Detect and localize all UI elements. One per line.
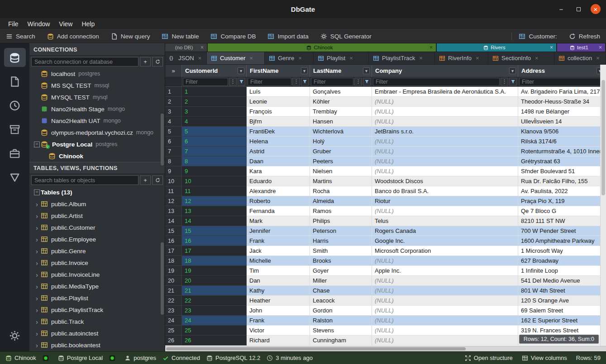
expander-icon[interactable] (33, 212, 41, 220)
table-row[interactable]: 1313FernandaRamos(NULL)Qe 7 Bloco G (165, 206, 606, 216)
rail-item[interactable] (4, 48, 26, 67)
grid-cell[interactable]: Mark (247, 216, 310, 226)
statusbar-item[interactable]: View columns (522, 355, 567, 361)
grid-cell[interactable]: Hansen (310, 117, 372, 127)
grid-cell[interactable]: Philips (310, 216, 372, 226)
grid-cell[interactable]: (NULL) (372, 97, 518, 107)
connection-item[interactable]: Nano2Health Stage mongo (29, 103, 165, 115)
grid-cell[interactable]: Jennifer (247, 226, 310, 236)
statusbar-item[interactable]: 3 minutes ago (267, 355, 313, 361)
grid-cell[interactable]: 1 Infinite Loop (518, 266, 606, 276)
grid-cell[interactable]: Almeida (310, 196, 372, 206)
add-connection-icon[interactable]: + (140, 57, 151, 66)
grid-cell[interactable]: Rocha (310, 186, 372, 196)
grid-cell[interactable]: 16 (182, 236, 247, 246)
row-number[interactable]: 19 (165, 266, 182, 276)
row-number[interactable]: 3 (165, 107, 182, 117)
database-tab-group[interactable]: (no DB) × (165, 43, 207, 52)
table-row[interactable]: 55FrantiĐekWichterlováJetBrains s.r.o.Kl… (165, 127, 606, 137)
expander-icon[interactable] (33, 341, 41, 349)
grid-cell[interactable]: 21 (182, 286, 247, 296)
row-number[interactable]: 20 (165, 276, 182, 286)
toolbar-button[interactable]: Customer: (513, 30, 563, 43)
add-table-icon[interactable]: + (140, 175, 151, 185)
grid-cell[interactable]: 4 (182, 117, 247, 127)
column-dropdown-icon[interactable]: ▾ (238, 67, 244, 74)
grid-cell[interactable]: (NULL) (372, 306, 518, 316)
table-row[interactable]: 1212RobertoAlmeidaRioturPraça Pio X, 119 (165, 196, 606, 206)
connection-item[interactable]: MS SQL TEST mssql (29, 80, 165, 91)
minimize-icon[interactable]: − (556, 4, 566, 14)
grid-cell[interactable]: Alexandre (247, 186, 310, 196)
expander-icon[interactable] (33, 271, 41, 279)
filter-input[interactable] (311, 78, 353, 86)
rail-item[interactable] (4, 72, 26, 91)
grid-cell[interactable]: Banco do Brasil S.A. (372, 186, 518, 196)
grid-cell[interactable]: Brooks (310, 256, 372, 266)
grid-cell[interactable]: Woodstock Discos (372, 176, 518, 186)
close-icon[interactable]: × (197, 55, 203, 61)
connection-item[interactable]: Nano2Health UAT mongo (29, 115, 165, 127)
table-item[interactable]: public.PlaylistTrack (29, 304, 165, 316)
table-row[interactable]: 2121KathyChase(NULL)801 W 4th Street (165, 286, 606, 296)
row-number[interactable]: 1 (165, 87, 182, 97)
row-number[interactable]: 14 (165, 216, 182, 226)
toolbar-button[interactable]: New table (156, 30, 205, 43)
menu-item[interactable]: Window (23, 19, 55, 28)
table-item[interactable]: public.Artist (29, 210, 165, 222)
grid-cell[interactable]: (NULL) (372, 256, 518, 266)
scrollbar-thumb[interactable] (166, 347, 466, 350)
row-number[interactable]: 8 (165, 156, 182, 166)
row-number[interactable]: 6 (165, 137, 182, 147)
filter-funnel-icon[interactable] (238, 78, 245, 86)
statusbar-item[interactable]: PostgreSQL 12.2 (206, 355, 260, 361)
column-header[interactable]: FirstName ▾ (247, 65, 310, 77)
table-row[interactable]: 2525VictorStevens(NULL)319 N. Frances St… (165, 326, 606, 336)
grid-cell[interactable]: Telus (372, 216, 518, 226)
close-icon[interactable]: × (597, 44, 603, 51)
statusbar-item[interactable]: Postgre Local (58, 355, 103, 361)
rail-item[interactable] (4, 168, 26, 187)
table-row[interactable]: 44BjřrnHansen(NULL)Ullevĺlsveien 14 (165, 117, 606, 127)
grid-cell[interactable]: Jack (247, 246, 310, 256)
column-header[interactable]: Company ▾ (372, 65, 518, 77)
grid-cell[interactable]: Kara (247, 166, 310, 176)
grid-cell[interactable]: 11 (182, 186, 247, 196)
table-row[interactable]: 77AstridGruber(NULL)Rotenturmstraße 4, 1… (165, 147, 606, 156)
grid-cell[interactable]: 700 W Pender Street (518, 226, 606, 236)
grid-cell[interactable]: 12 (182, 196, 247, 206)
grid-cell[interactable]: 541 Del Medio Avenue (518, 276, 606, 286)
grid-cell[interactable]: Eduardo (247, 176, 310, 186)
refresh-icon[interactable] (152, 57, 163, 66)
table-row[interactable]: 22LeonieKöhler(NULL)Theodor-Heuss-Straße… (165, 97, 606, 107)
grid-cell[interactable]: 15 (182, 226, 247, 236)
grid-cell[interactable]: 319 N. Frances Street (518, 326, 606, 336)
row-number[interactable]: 11 (165, 186, 182, 196)
grid-cell[interactable]: Richard (247, 336, 310, 345)
rail-item[interactable] (4, 144, 26, 163)
grid-cell[interactable]: (NULL) (372, 137, 518, 147)
table-item[interactable]: public.Track (29, 316, 165, 327)
toolbar-button[interactable]: Search (0, 30, 41, 43)
grid-cell[interactable]: Rotenturmstraße 4, 1010 Innere Stadt (518, 147, 606, 156)
grid-cell[interactable]: Gordon (310, 306, 372, 316)
grid-cell[interactable]: Av. Paulista, 2022 (518, 186, 606, 196)
grid-cell[interactable]: 162 E Superior Street (518, 316, 606, 326)
grid-cell[interactable]: FrantiĐek (247, 127, 310, 137)
file-tab[interactable]: SectionInfo × (488, 52, 554, 64)
grid-cell[interactable]: Tremblay (310, 107, 372, 117)
grid-cell[interactable]: 6 (182, 137, 247, 147)
file-tab[interactable]: Genre × (265, 52, 314, 64)
connection-item[interactable]: MYSQL TEST mysql (29, 91, 165, 103)
grid-cell[interactable]: (NULL) (372, 117, 518, 127)
grid-cell[interactable]: Luís (247, 87, 310, 97)
grid-cell[interactable]: Theodor-Heuss-Straße 34 (518, 97, 606, 107)
row-number[interactable]: 13 (165, 206, 182, 216)
grid-cell[interactable]: 13 (182, 206, 247, 216)
table-row[interactable]: 66HelenaHolý(NULL)Rilská 3174/6 (165, 137, 606, 147)
table-item[interactable]: public.InvoiceLine (29, 269, 165, 280)
grid-cell[interactable]: 23 (182, 306, 247, 316)
grid-cell[interactable]: Riotur (372, 196, 518, 206)
scrollbar-thumb[interactable] (161, 113, 164, 165)
grid-cell[interactable]: Michelle (247, 256, 310, 266)
